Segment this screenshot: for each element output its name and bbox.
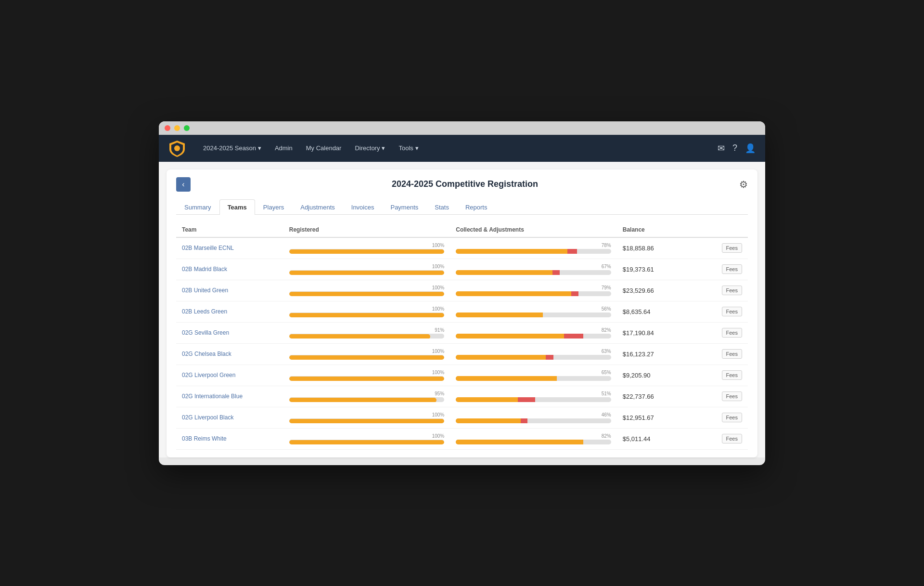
table-row: 02B Madrid Black 100% 67% $19,373.61Fees (176, 259, 748, 280)
registered-bar-fill (289, 398, 436, 402)
table-header-row: Team Registered Collected & Adjustments … (176, 222, 748, 237)
fees-button[interactable]: Fees (722, 413, 742, 422)
svg-point-0 (174, 145, 180, 151)
fees-button[interactable]: Fees (722, 328, 742, 338)
col-header-action (700, 222, 748, 237)
balance-value: $12,951.67 (623, 414, 654, 421)
table-row: 03B Reims White 100% 82% $5,011.44Fees (176, 428, 748, 449)
team-name-link[interactable]: 03B Reims White (182, 435, 227, 442)
registered-bar-container: 100% (289, 412, 445, 423)
settings-icon[interactable]: ⚙︎ (739, 179, 748, 190)
collected-orange-fill (456, 249, 567, 254)
tab-players[interactable]: Players (255, 199, 292, 215)
team-name-link[interactable]: 02G Internationale Blue (182, 393, 243, 400)
close-dot[interactable] (165, 125, 170, 131)
registered-bar-track (289, 270, 445, 275)
navbar: 2024-2025 Season ▾ Admin My Calendar Dir… (159, 135, 765, 162)
fees-button[interactable]: Fees (722, 307, 742, 316)
team-name-link[interactable]: 02G Sevilla Green (182, 329, 229, 336)
collected-orange-fill (456, 376, 557, 381)
registered-pct-label: 100% (289, 349, 445, 354)
registered-bar-fill (289, 271, 445, 275)
registered-pct-label: 100% (289, 243, 445, 248)
team-name-link[interactable]: 02B Leeds Green (182, 308, 227, 315)
tab-reports[interactable]: Reports (457, 199, 496, 215)
fees-button[interactable]: Fees (722, 434, 742, 443)
table-row: 02G Chelsea Black 100% 63% $16,123.27Fee… (176, 343, 748, 365)
nav-directory[interactable]: Directory ▾ (349, 142, 391, 155)
nav-my-calendar[interactable]: My Calendar (300, 142, 347, 155)
tab-invoices[interactable]: Invoices (343, 199, 383, 215)
collected-progress-row (456, 440, 583, 444)
team-name-link[interactable]: 02G Chelsea Black (182, 351, 231, 357)
fees-button[interactable]: Fees (722, 391, 742, 401)
browser-chrome (159, 121, 765, 135)
mail-icon[interactable]: ✉ (718, 143, 725, 154)
collected-pct-label: 56% (456, 306, 611, 312)
table-row: 02B Marseille ECNL 100% 78% $18,858.86Fe… (176, 237, 748, 259)
browser-content: 2024-2025 Season ▾ Admin My Calendar Dir… (159, 135, 765, 457)
collected-progress-row (456, 376, 557, 381)
back-button[interactable]: ‹ (176, 177, 191, 192)
table-row: 02G Liverpool Black 100% 46% $12,951.67F… (176, 407, 748, 428)
chevron-down-icon: ▾ (415, 144, 419, 152)
registered-bar-container: 100% (289, 349, 445, 360)
team-name-link[interactable]: 02B Madrid Black (182, 266, 227, 273)
tab-stats[interactable]: Stats (426, 199, 457, 215)
collected-progress-row (456, 249, 577, 254)
collected-bar-track (456, 291, 611, 296)
teams-table: Team Registered Collected & Adjustments … (176, 222, 748, 450)
team-name-link[interactable]: 02B Marseille ECNL (182, 245, 234, 251)
collected-orange-fill (456, 397, 517, 402)
collected-red-fill (564, 334, 583, 339)
collected-bar-container: 67% (456, 264, 611, 275)
collected-bar-container: 51% (456, 391, 611, 402)
table-row: 02B United Green 100% 79% $23,529.66Fees (176, 280, 748, 301)
fees-button[interactable]: Fees (722, 243, 742, 253)
collected-orange-fill (456, 418, 521, 423)
registered-bar-container: 100% (289, 370, 445, 381)
collected-orange-fill (456, 270, 552, 275)
tab-teams[interactable]: Teams (219, 199, 255, 215)
tab-summary[interactable]: Summary (176, 199, 219, 215)
balance-value: $23,529.66 (623, 287, 654, 294)
help-icon[interactable]: ? (732, 143, 737, 153)
maximize-dot[interactable] (184, 125, 190, 131)
minimize-dot[interactable] (174, 125, 180, 131)
collected-bar-container: 46% (456, 412, 611, 423)
collected-orange-fill (456, 313, 543, 317)
collected-progress-row (456, 334, 583, 339)
team-name-link[interactable]: 02G Liverpool Green (182, 372, 235, 378)
nav-icon-group: ✉ ? 👤 (718, 143, 756, 154)
collected-bar-container: 65% (456, 370, 611, 381)
collected-bar-track (456, 270, 611, 275)
tab-adjustments[interactable]: Adjustments (292, 199, 343, 215)
chevron-down-icon: ▾ (258, 144, 261, 152)
user-icon[interactable]: 👤 (745, 143, 756, 154)
registered-bar-track (289, 291, 445, 296)
registered-bar-fill (289, 292, 445, 296)
page-header: ‹ 2024-2025 Competitive Registration ⚙︎ (176, 177, 748, 192)
nav-season[interactable]: 2024-2025 Season ▾ (197, 142, 267, 155)
nav-tools[interactable]: Tools ▾ (393, 142, 424, 155)
collected-orange-fill (456, 291, 571, 296)
fees-button[interactable]: Fees (722, 370, 742, 380)
team-name-link[interactable]: 02G Liverpool Black (182, 414, 233, 421)
fees-button[interactable]: Fees (722, 349, 742, 359)
collected-bar-track (456, 376, 611, 381)
team-name-link[interactable]: 02B United Green (182, 287, 228, 294)
col-header-balance: Balance (617, 222, 700, 237)
tab-payments[interactable]: Payments (382, 199, 426, 215)
fees-button[interactable]: Fees (722, 264, 742, 274)
nav-admin[interactable]: Admin (269, 142, 298, 155)
fees-button[interactable]: Fees (722, 286, 742, 295)
registered-bar-fill (289, 334, 430, 339)
registered-pct-label: 91% (289, 327, 445, 333)
collected-bar-track (456, 313, 611, 317)
collected-red-fill (567, 249, 577, 254)
col-header-registered: Registered (283, 222, 450, 237)
collected-bar-track (456, 249, 611, 254)
chevron-down-icon: ▾ (382, 144, 385, 152)
col-header-team: Team (176, 222, 283, 237)
balance-value: $5,011.44 (623, 435, 651, 443)
